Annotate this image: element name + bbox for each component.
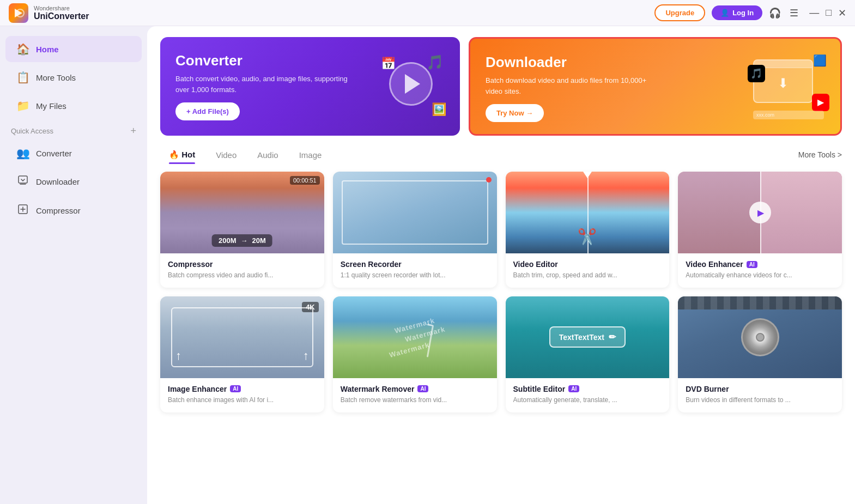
app-name: Wondershare UniConverter [34, 5, 89, 21]
tabs-row: 🔥 Hot Video Audio Image More Tools > [160, 147, 842, 163]
tabs-left: 🔥 Hot Video Audio Image [160, 147, 330, 163]
dvd-disc [741, 318, 779, 356]
subtitle-text-btn: TextTextText ✏ [549, 326, 626, 348]
tool-card-subtitle-editor-desc: Automatically generate, translate, ... [513, 396, 662, 405]
tool-card-video-editor-info: Video Editor Batch trim, crop, speed and… [506, 253, 670, 288]
tool-card-video-enhancer-desc: Automatically enhance videos for c... [686, 271, 834, 280]
compressor-icon [16, 204, 29, 217]
home-icon: 🏠 [16, 42, 29, 56]
sidebar-item-more-tools[interactable]: 📋 More Tools [5, 64, 142, 90]
tool-thumb-video-enhancer: ▶ [678, 172, 842, 253]
more-tools-link[interactable]: More Tools > [798, 150, 842, 159]
tool-card-dvd-burner[interactable]: DVD Burner Burn videos in different form… [678, 296, 842, 412]
watermark-overlay: Watermark Watermark Watermark [333, 296, 497, 378]
dvd-top-bar [678, 296, 842, 309]
app-branding: Wondershare UniConverter [9, 3, 89, 23]
hot-icon: 🔥 [169, 150, 179, 159]
window-controls: — □ ✕ [809, 7, 846, 19]
tool-card-dvd-burner-title: DVD Burner [686, 385, 834, 393]
downloader-icon [16, 175, 29, 189]
minimize-button[interactable]: — [809, 7, 819, 19]
tool-card-subtitle-editor[interactable]: TextTextText ✏ Subtitle Editor AI Automa… [506, 296, 670, 412]
headphone-icon[interactable]: 🎧 [769, 7, 781, 19]
tool-card-watermark-remover-desc: Batch remove watermarks from vid... [341, 396, 489, 405]
recorder-frame [342, 180, 488, 245]
tab-audio[interactable]: Audio [248, 147, 287, 163]
converter-icon: 👥 [16, 147, 29, 160]
ai-badge-subtitle: AI [568, 385, 579, 392]
arrow-up-right: ↑ [303, 349, 309, 363]
ai-badge-watermark: AI [417, 385, 428, 392]
tool-card-image-enhancer-info: Image Enhancer AI Batch enhance images w… [160, 378, 324, 412]
login-button[interactable]: 👤 Log In [712, 5, 762, 20]
sidebar: 🏠 Home 📋 More Tools 📁 My Files Quick Acc… [0, 26, 147, 504]
upgrade-button[interactable]: Upgrade [654, 4, 705, 21]
tool-card-video-editor-desc: Batch trim, crop, speed and add w... [513, 271, 662, 280]
titlebar: Wondershare UniConverter Upgrade 👤 Log I… [0, 0, 855, 26]
tool-thumb-subtitle-editor: TextTextText ✏ [506, 296, 670, 378]
downloader-hero-desc: Batch download video and audio files fro… [486, 75, 649, 96]
maximize-button[interactable]: □ [826, 7, 832, 19]
main-layout: 🏠 Home 📋 More Tools 📁 My Files Quick Acc… [0, 26, 855, 504]
tool-card-screen-recorder-desc: 1:1 quality screen recorder with lot... [341, 271, 489, 280]
sidebar-item-home[interactable]: 🏠 Home [5, 36, 142, 62]
tab-hot[interactable]: 🔥 Hot [160, 147, 204, 163]
recorder-dot [486, 177, 492, 183]
converter-art: 🎵 📅 🖼️ [378, 54, 449, 119]
tool-card-compressor[interactable]: 00:00:51 200M → 20M Compressor Batch com… [160, 172, 324, 288]
hero-row: Converter Batch convert video, audio, an… [160, 37, 842, 136]
tab-image[interactable]: Image [290, 147, 331, 163]
ai-badge-video-enhancer: AI [747, 261, 757, 268]
hero-converter-card[interactable]: Converter Batch convert video, audio, an… [160, 37, 460, 136]
tool-card-video-editor[interactable]: ✂️ Video Editor Batch trim, crop, speed … [506, 172, 670, 288]
my-files-icon: 📁 [16, 99, 29, 112]
sidebar-label-my-files: My Files [36, 101, 66, 111]
sidebar-item-converter[interactable]: 👥 Converter [5, 140, 142, 166]
tool-card-watermark-remover-info: Watermark Remover AI Batch remove waterm… [333, 378, 497, 412]
tool-card-compressor-info: Compressor Batch compress video and audi… [160, 253, 324, 288]
tool-card-screen-recorder-info: Screen Recorder 1:1 quality screen recor… [333, 253, 497, 288]
arrow-up-left: ↑ [175, 349, 181, 363]
tool-card-dvd-burner-info: DVD Burner Burn videos in different form… [678, 378, 842, 412]
more-tools-icon: 📋 [16, 71, 29, 84]
tool-thumb-image-enhancer: 4K ↑ ↑ [160, 296, 324, 378]
converter-hero-desc: Batch convert video, audio, and image fi… [175, 74, 350, 95]
sidebar-item-compressor[interactable]: Compressor [5, 197, 142, 224]
user-icon: 👤 [720, 9, 729, 17]
tool-card-watermark-remover-title: Watermark Remover AI [341, 385, 489, 393]
quick-access-add-button[interactable]: + [130, 125, 136, 137]
tool-thumb-video-editor: ✂️ [506, 172, 670, 253]
add-files-button[interactable]: + Add File(s) [175, 102, 240, 120]
menu-icon[interactable]: ☰ [790, 7, 798, 19]
tool-thumb-screen-recorder [333, 172, 497, 253]
tool-thumb-watermark-remover: Watermark Watermark Watermark [333, 296, 497, 378]
hero-downloader-card[interactable]: Downloader Batch download video and audi… [469, 37, 842, 136]
try-now-button[interactable]: Try Now → [486, 104, 544, 122]
tool-card-image-enhancer[interactable]: 4K ↑ ↑ Image Enhancer AI Batch enhance i… [160, 296, 324, 412]
tool-card-screen-recorder-title: Screen Recorder [341, 260, 489, 269]
sidebar-item-my-files[interactable]: 📁 My Files [5, 93, 142, 119]
tool-card-compressor-title: Compressor [168, 260, 317, 269]
tool-card-subtitle-editor-info: Subtitle Editor AI Automatically generat… [506, 378, 670, 412]
play-circle: ▶ [749, 202, 771, 223]
tool-card-video-editor-title: Video Editor [513, 260, 662, 269]
timestamp-label: 00:00:51 [290, 176, 320, 185]
sidebar-item-downloader[interactable]: Downloader [5, 168, 142, 195]
compress-ratio-label: 200M → 20M [212, 234, 272, 247]
tool-card-watermark-remover[interactable]: Watermark Watermark Watermark Watermark … [333, 296, 497, 412]
tool-card-dvd-burner-desc: Burn videos in different formats to ... [686, 396, 834, 405]
sidebar-label-home: Home [36, 45, 59, 54]
tool-card-video-enhancer[interactable]: ▶ Video Enhancer AI Automatically enhanc… [678, 172, 842, 288]
close-button[interactable]: ✕ [838, 7, 846, 19]
sidebar-label-more-tools: More Tools [36, 73, 76, 82]
app-logo [9, 3, 28, 23]
tool-card-screen-recorder[interactable]: Screen Recorder 1:1 quality screen recor… [333, 172, 497, 288]
sidebar-label-compressor: Compressor [36, 206, 81, 215]
tab-video[interactable]: Video [207, 147, 245, 163]
titlebar-icons: 🎧 ☰ [769, 7, 798, 19]
trim-handle [583, 172, 592, 178]
ai-badge-image-enhancer: AI [230, 385, 241, 392]
tools-grid: 00:00:51 200M → 20M Compressor Batch com… [160, 172, 842, 412]
tool-card-subtitle-editor-title: Subtitle Editor AI [513, 385, 662, 393]
tool-card-compressor-desc: Batch compress video and audio fi... [168, 271, 317, 280]
